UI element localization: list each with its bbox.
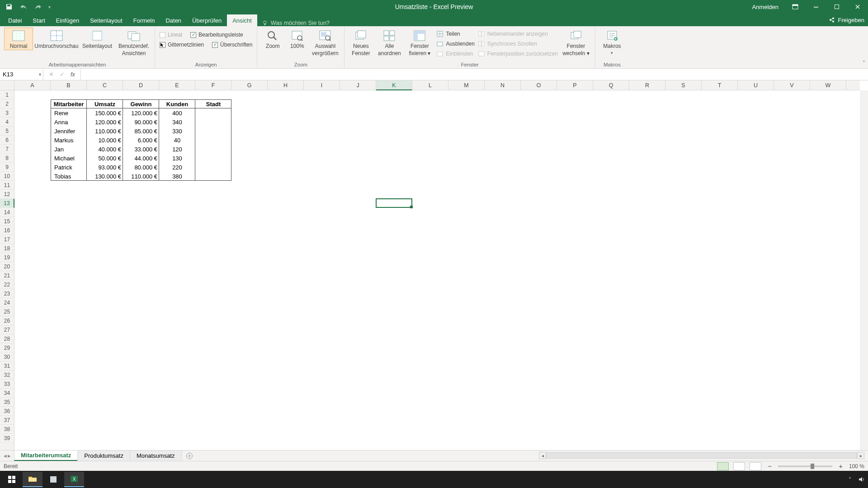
cell[interactable] bbox=[159, 280, 195, 289]
cell[interactable] bbox=[195, 127, 231, 136]
cell[interactable] bbox=[340, 190, 376, 199]
row-header[interactable]: 39 bbox=[0, 434, 14, 443]
cell[interactable] bbox=[774, 334, 810, 343]
cell[interactable] bbox=[810, 244, 846, 253]
redo-icon[interactable] bbox=[32, 1, 44, 12]
new-window-button[interactable]: Neues Fenster bbox=[349, 28, 373, 57]
cell[interactable] bbox=[231, 217, 268, 226]
cell[interactable] bbox=[304, 172, 340, 181]
cell[interactable] bbox=[195, 298, 231, 307]
cell[interactable] bbox=[376, 199, 412, 208]
cell[interactable] bbox=[629, 253, 665, 262]
cell[interactable] bbox=[557, 416, 593, 425]
cell[interactable] bbox=[231, 145, 268, 154]
cell[interactable] bbox=[557, 127, 593, 136]
cell[interactable] bbox=[702, 108, 738, 117]
cell[interactable] bbox=[14, 262, 51, 271]
cell[interactable] bbox=[702, 253, 738, 262]
cell[interactable] bbox=[123, 226, 159, 235]
cell[interactable] bbox=[304, 163, 340, 172]
cell[interactable] bbox=[412, 262, 448, 271]
cell[interactable] bbox=[448, 262, 485, 271]
cell[interactable] bbox=[738, 172, 774, 181]
cell[interactable] bbox=[87, 298, 123, 307]
cell[interactable] bbox=[14, 90, 51, 99]
cell[interactable] bbox=[304, 298, 340, 307]
cell[interactable] bbox=[485, 127, 521, 136]
cell[interactable] bbox=[521, 262, 557, 271]
cell[interactable] bbox=[593, 434, 629, 443]
new-sheet-button[interactable] bbox=[182, 450, 197, 461]
cell[interactable] bbox=[195, 380, 231, 389]
cell[interactable] bbox=[485, 208, 521, 217]
cell[interactable] bbox=[340, 434, 376, 443]
cell[interactable] bbox=[159, 316, 195, 325]
cell[interactable] bbox=[231, 253, 268, 262]
view-normal-statusbtn[interactable] bbox=[717, 462, 729, 470]
select-all-corner[interactable] bbox=[0, 80, 14, 90]
row-header[interactable]: 6 bbox=[0, 136, 14, 145]
cell[interactable] bbox=[159, 307, 195, 316]
cell[interactable] bbox=[629, 172, 665, 181]
cell[interactable] bbox=[521, 226, 557, 235]
cell[interactable] bbox=[485, 253, 521, 262]
cell[interactable] bbox=[304, 136, 340, 145]
cell[interactable] bbox=[702, 416, 738, 425]
cell[interactable] bbox=[448, 334, 485, 343]
cell[interactable] bbox=[14, 425, 51, 434]
row-header[interactable]: 29 bbox=[0, 343, 14, 352]
cell[interactable] bbox=[195, 217, 231, 226]
cell[interactable] bbox=[810, 127, 846, 136]
cell[interactable] bbox=[485, 380, 521, 389]
cell[interactable] bbox=[340, 217, 376, 226]
cell[interactable] bbox=[123, 280, 159, 289]
cell[interactable] bbox=[774, 253, 810, 262]
cell[interactable] bbox=[485, 136, 521, 145]
cell[interactable] bbox=[774, 343, 810, 352]
cell[interactable] bbox=[14, 99, 51, 108]
cell[interactable] bbox=[557, 217, 593, 226]
row-header[interactable]: 19 bbox=[0, 253, 14, 262]
freeze-panes-button[interactable]: Fenster fixieren ▾ bbox=[406, 28, 433, 57]
cell[interactable] bbox=[14, 307, 51, 316]
cell[interactable] bbox=[629, 334, 665, 343]
cell[interactable] bbox=[665, 407, 702, 416]
row-header[interactable]: 31 bbox=[0, 361, 14, 371]
row-header[interactable]: 11 bbox=[0, 181, 14, 190]
cell[interactable] bbox=[340, 199, 376, 208]
cell[interactable] bbox=[195, 172, 231, 181]
cell[interactable] bbox=[304, 380, 340, 389]
cell[interactable] bbox=[557, 208, 593, 217]
cell[interactable] bbox=[51, 90, 87, 99]
tell-me-search[interactable]: Was möchten Sie tun? bbox=[257, 19, 334, 26]
cell[interactable] bbox=[521, 334, 557, 343]
cell[interactable] bbox=[14, 163, 51, 172]
cell[interactable] bbox=[557, 425, 593, 434]
cell[interactable] bbox=[774, 163, 810, 172]
cell[interactable] bbox=[376, 154, 412, 163]
cell[interactable] bbox=[810, 154, 846, 163]
cell[interactable] bbox=[593, 361, 629, 371]
cell[interactable] bbox=[593, 154, 629, 163]
column-header[interactable]: P bbox=[557, 80, 593, 90]
cell[interactable] bbox=[702, 244, 738, 253]
cell[interactable] bbox=[14, 208, 51, 217]
cell[interactable] bbox=[51, 280, 87, 289]
cell[interactable] bbox=[448, 145, 485, 154]
cell[interactable] bbox=[629, 371, 665, 380]
cell[interactable] bbox=[268, 407, 304, 416]
formula-input[interactable] bbox=[81, 69, 868, 80]
cell[interactable] bbox=[774, 90, 810, 99]
cell[interactable] bbox=[412, 352, 448, 361]
cell[interactable] bbox=[521, 407, 557, 416]
cell[interactable] bbox=[593, 316, 629, 325]
cell[interactable] bbox=[268, 190, 304, 199]
cell[interactable]: 33.000 € bbox=[123, 145, 159, 154]
cell[interactable] bbox=[195, 199, 231, 208]
cell[interactable] bbox=[702, 226, 738, 235]
cell[interactable] bbox=[485, 343, 521, 352]
cell[interactable] bbox=[159, 325, 195, 334]
cell[interactable] bbox=[412, 325, 448, 334]
cell[interactable] bbox=[738, 380, 774, 389]
cell[interactable] bbox=[485, 416, 521, 425]
